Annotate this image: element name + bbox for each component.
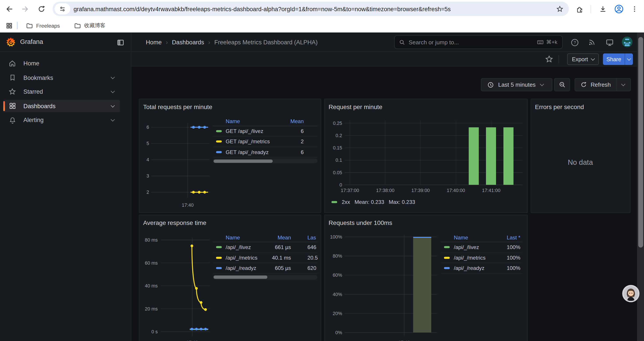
legend-row[interactable]: GET /api/_/livez 6 [212,126,318,137]
url-text[interactable]: grafana.mathmast.com/d/deytv4rwavabkb/fr… [74,6,556,12]
series-name[interactable]: /api/_/metrics [226,254,258,261]
breadcrumb-current: Freeleaps Metrics Dashboard (ALPHA) [214,39,318,46]
col-name[interactable]: Name [454,234,468,240]
folder-icon [26,22,33,29]
series-name[interactable]: 2xx [342,199,350,205]
side-panel-apps-button[interactable] [6,22,13,29]
breadcrumb-home[interactable]: Home [146,39,162,46]
sidebar-item-alerting[interactable]: Alerting [3,114,120,126]
kiosk-mode-button[interactable] [604,37,615,48]
panel-requests-under-100ms[interactable]: Requests under 100ms 100%80%60%40%20%0%1… [324,215,528,341]
legend-row[interactable]: /api/_/metrics 100% [441,253,522,263]
panel-request-per-minute[interactable]: Request per minute 0.250.20.150.10.05017… [324,99,528,213]
help-button[interactable]: ? [569,37,580,48]
browser-extensions-button[interactable] [574,3,585,15]
panel-title[interactable]: Requests under 100ms [328,219,392,226]
sidebar-item-starred[interactable]: Starred [3,86,120,98]
sidebar-item-home[interactable]: Home [3,57,120,69]
panel-average-response-time[interactable]: Average response time 80 ms60 ms40 ms20 … [138,215,321,341]
legend-row[interactable]: GET /api/_/readyz 6 [212,147,318,158]
bookmark-folder-freeleaps[interactable]: Freeleaps [22,21,64,31]
svg-text:0: 0 [340,182,342,187]
col-last[interactable]: Last * [507,234,520,240]
monitor-icon [605,38,614,47]
sidebar-item-bookmarks[interactable]: Bookmarks [3,71,120,84]
legend-row[interactable]: /api/_/readyz 605 µs 620 [212,263,318,274]
puzzle-icon [576,5,584,13]
legend[interactable]: 2xx Mean: 0.233 Max: 0.233 [332,199,415,205]
col-last[interactable]: Las [307,234,318,240]
floating-assistant-avatar[interactable] [622,285,640,302]
series-name[interactable]: GET /api/_/livez [226,128,264,134]
bookmark-label: 收藏博客 [84,22,106,29]
series-swatch [216,130,222,132]
active-indicator [3,101,5,111]
chevron-down-icon[interactable] [111,75,115,79]
panel-title[interactable]: Errors per second [535,103,584,110]
panel-errors-per-second[interactable]: Errors per second No data [530,99,630,213]
share-button[interactable]: Share [603,54,633,65]
chevron-down-icon[interactable] [111,117,115,122]
user-avatar[interactable] [622,37,632,47]
breadcrumb-dashboards[interactable]: Dashboards [172,39,204,46]
svg-text:20 ms: 20 ms [145,306,158,311]
legend-row[interactable]: /api/_/readyz 100% [441,263,522,274]
scrollbar-thumb[interactable] [638,37,643,247]
col-mean[interactable]: Mean [290,118,304,124]
chevron-down-icon[interactable] [111,103,115,107]
legend-row[interactable]: /api/_/livez 100% [441,242,522,253]
series-name[interactable]: /api/_/livez [226,244,251,250]
col-name[interactable]: Name [226,118,240,124]
legend-row[interactable]: GET /api/_/metrics 2 [212,137,318,147]
export-button[interactable]: Export [567,54,599,65]
share-menu-button[interactable] [625,54,633,65]
panel-title[interactable]: Request per minute [328,103,382,110]
series-name[interactable]: /api/_/metrics [454,254,486,261]
series-name[interactable]: /api/_/livez [454,244,479,250]
collapse-sidebar-button[interactable] [116,38,126,47]
address-bar[interactable]: grafana.mathmast.com/d/deytv4rwavabkb/fr… [52,2,569,16]
scrollbar-thumb[interactable] [213,275,267,279]
series-mean: 605 µs [275,265,291,271]
browser-back-button[interactable] [4,3,15,15]
time-range-picker[interactable]: Last 5 minutes [481,78,552,91]
back-icon [5,5,14,14]
bookmark-page-button[interactable] [556,5,564,13]
panel-title[interactable]: Average response time [143,219,206,226]
sidebar-item-dashboards[interactable]: Dashboards [3,100,120,112]
series-swatch [332,201,337,203]
zoom-out-time-button[interactable] [554,78,570,91]
refresh-interval-chevron-icon[interactable] [621,82,625,86]
series-swatch [216,257,222,259]
browser-profile-button[interactable] [613,3,624,15]
sidebar-item-label: Alerting [24,117,111,123]
chevron-down-icon[interactable] [111,89,115,93]
panel-total-requests-per-minute[interactable]: Total requests per minute 6543217:40 Nam… [138,99,321,213]
site-settings-chip[interactable] [54,3,70,15]
legend-hscrollbar[interactable] [212,275,318,279]
news-button[interactable] [586,37,597,48]
svg-text:0.1: 0.1 [336,157,342,163]
browser-reload-button[interactable] [36,3,47,15]
browser-menu-button[interactable] [629,3,640,15]
series-name[interactable]: /api/_/readyz [454,265,484,271]
browser-downloads-button[interactable] [597,3,608,15]
legend-row[interactable]: /api/_/livez 661 µs 646 [212,242,318,253]
bookmark-folder-blogs[interactable]: 收藏博客 [70,20,110,31]
legend-hscrollbar[interactable] [212,159,318,163]
series-name[interactable]: /api/_/readyz [226,265,256,271]
svg-text:60%: 60% [333,272,342,278]
legend-row[interactable]: /api/_/metrics 40.1 ms 20.5 r [212,253,318,263]
col-mean[interactable]: Mean [278,234,291,240]
refresh-button-group[interactable]: Refresh [574,78,631,91]
series-name[interactable]: GET /api/_/metrics [226,138,270,145]
search-input[interactable]: Search or jump to... ⌘+k [394,35,563,49]
panel-title[interactable]: Total requests per minute [143,103,212,110]
col-name[interactable]: Name [226,234,240,240]
scrollbar-thumb[interactable] [213,159,272,163]
series-name[interactable]: GET /api/_/readyz [226,149,269,155]
star-dashboard-button[interactable] [545,55,554,64]
browser-forward-button[interactable] [19,3,31,15]
svg-text:40 ms: 40 ms [145,283,158,288]
clock-icon [487,81,494,88]
